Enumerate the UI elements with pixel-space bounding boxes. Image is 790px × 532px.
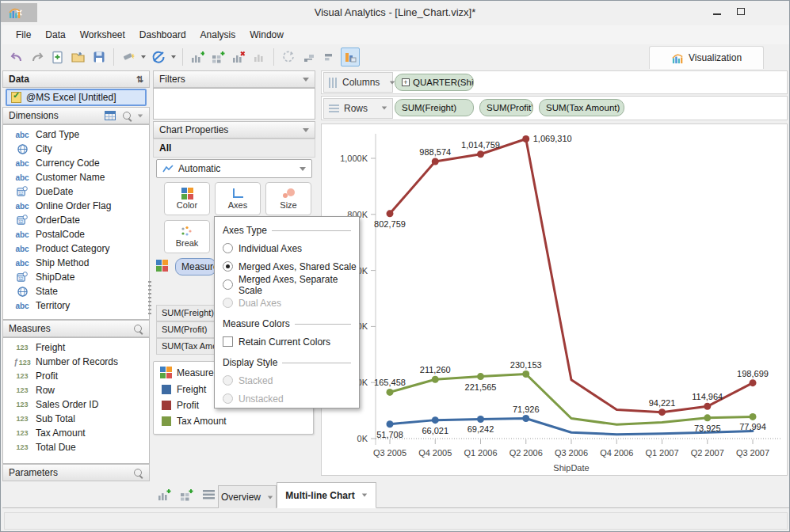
chart-type-selected-icon[interactable] <box>341 48 360 66</box>
display-option-stacked: Stacked <box>223 371 359 390</box>
columns-pill-quarter-shipdate[interactable]: +QUARTER(ShipD... <box>395 74 474 91</box>
measure-item[interactable]: 123Total Due <box>3 440 149 454</box>
x-tick-label: Q3 2007 <box>736 448 769 458</box>
visualization-tab[interactable]: Visualization <box>649 46 764 69</box>
save-icon[interactable] <box>90 48 109 66</box>
chevron-down-icon[interactable] <box>138 114 143 117</box>
add-worksheet-icon[interactable] <box>156 488 172 502</box>
axes-option-individual-axes[interactable]: Individual Axes <box>223 239 359 257</box>
data-label: 114,964 <box>692 392 723 401</box>
field-label: Card Type <box>36 129 79 140</box>
size-button[interactable]: Size <box>265 182 311 215</box>
color-button[interactable]: Color <box>164 182 210 215</box>
rows-shelf-label[interactable]: Rows <box>323 98 393 119</box>
data-point <box>658 408 666 416</box>
tab-overview[interactable]: Overview <box>218 485 277 508</box>
columns-shelf-label[interactable]: Columns <box>323 72 393 93</box>
radio-icon[interactable] <box>223 243 233 253</box>
scope-all-row: All <box>153 139 315 158</box>
panel-splitter[interactable] <box>148 279 151 314</box>
dimension-item[interactable]: abcCustomer Name <box>3 170 149 184</box>
search-parameters-icon[interactable] <box>133 468 143 478</box>
field-label: Total Due <box>36 442 76 453</box>
menu-item-dashboard[interactable]: Dashboard <box>132 27 193 43</box>
measure-item[interactable]: 123Profit <box>3 369 149 383</box>
menu-item-data[interactable]: Data <box>38 27 72 43</box>
break-button[interactable]: Break <box>164 220 210 253</box>
chevron-down-icon[interactable] <box>303 128 309 132</box>
radio-icon[interactable] <box>223 279 233 290</box>
view-data-table-icon[interactable] <box>105 111 116 120</box>
add-dashboard-icon[interactable] <box>178 488 194 502</box>
open-file-icon[interactable] <box>69 48 88 66</box>
field-label: Sales Order ID <box>36 399 98 410</box>
123-icon: 123 <box>13 415 31 423</box>
add-dashboard-icon[interactable] <box>208 48 227 66</box>
dimension-item[interactable]: abcProduct Category <box>3 241 149 256</box>
dimension-item[interactable]: 12DueDate <box>3 184 149 199</box>
rows-pill-sum-freight[interactable]: SUM(Freight) <box>395 99 474 116</box>
dimension-item[interactable]: abcShip Method <box>3 256 149 270</box>
chevron-down-icon[interactable] <box>361 494 366 497</box>
tab-multi-line-chart[interactable]: Multi-line Chart <box>277 482 376 508</box>
data-point <box>387 210 394 217</box>
dimension-item[interactable]: abcCurrency Code <box>3 156 149 170</box>
search-measures-icon[interactable] <box>133 324 143 334</box>
worksheet-list-icon[interactable] <box>200 488 216 502</box>
minimize-button[interactable] <box>705 1 729 21</box>
new-file-icon[interactable] <box>48 48 67 66</box>
add-chart-icon[interactable] <box>188 48 207 66</box>
panel-resize-icon[interactable]: ⇅ <box>136 74 143 85</box>
rows-pill-sum-profit[interactable]: SUM(Profit) <box>479 99 533 116</box>
dimension-item[interactable]: State <box>3 284 149 298</box>
measure-item[interactable]: 123Freight <box>3 340 149 355</box>
maximize-button[interactable] <box>729 1 753 21</box>
checkbox-icon[interactable] <box>223 336 233 347</box>
retain-colors-option[interactable]: Retain Current Colors <box>223 332 359 351</box>
chart-type-dropdown[interactable]: Automatic <box>156 159 312 178</box>
measure-item[interactable]: 123Row <box>3 383 149 397</box>
radio-icon[interactable] <box>223 261 233 272</box>
search-dimensions-icon[interactable] <box>122 111 132 121</box>
field-label: OrderDate <box>36 215 80 226</box>
format-wand-icon[interactable] <box>119 48 138 66</box>
dimension-item[interactable]: abcOnline Order Flag <box>3 199 149 213</box>
delete-chart-icon[interactable] <box>229 48 248 66</box>
sort-descending-icon[interactable] <box>320 48 339 66</box>
measure-names-pill[interactable]: Measure Names <box>175 258 216 276</box>
measure-item[interactable]: 123Tax Amount <box>3 426 149 440</box>
data-label: 1,069,310 <box>533 134 572 143</box>
chevron-down-icon[interactable] <box>382 107 387 110</box>
dimension-item[interactable]: 12ShipDate <box>3 270 149 284</box>
data-header-label: Data <box>9 74 29 85</box>
dimension-item[interactable]: City <box>3 142 149 156</box>
redo-icon[interactable] <box>28 48 47 66</box>
expand-plus-icon[interactable]: + <box>402 78 410 86</box>
dimension-item[interactable]: abcCard Type <box>3 127 149 142</box>
measure-item[interactable]: 123Sales Order ID <box>3 397 149 412</box>
refresh-data-icon[interactable] <box>149 48 168 66</box>
display-style-group-title: Display Style <box>223 357 351 368</box>
calendar-icon: 12 <box>13 272 31 283</box>
menu-item-window[interactable]: Window <box>242 27 291 43</box>
dimension-item[interactable]: abcTerritory <box>3 298 149 313</box>
menu-item-file[interactable]: File <box>9 27 38 43</box>
toolbar-separator <box>182 48 183 66</box>
dimension-item[interactable]: abcPostalCode <box>3 227 149 241</box>
measure-item[interactable]: 123Sub Total <box>3 412 149 426</box>
refresh-dropdown-caret[interactable] <box>171 55 176 59</box>
menu-item-analysis[interactable]: Analysis <box>193 27 243 43</box>
menu-item-worksheet[interactable]: Worksheet <box>73 27 132 43</box>
undo-icon[interactable] <box>7 48 26 66</box>
axes-option-merged-axes-separate-scale[interactable]: Merged Axes, Separate Scale <box>223 276 359 294</box>
sort-ascending-icon[interactable] <box>300 48 319 66</box>
filters-shelf[interactable] <box>153 88 315 120</box>
chevron-down-icon[interactable] <box>303 78 309 82</box>
measure-item[interactable]: ƒ123Number of Records <box>3 355 149 369</box>
dimension-item[interactable]: 12OrderDate <box>3 213 149 227</box>
chevron-down-icon[interactable] <box>268 496 273 499</box>
rows-pill-sum-tax-amount[interactable]: SUM(Tax Amount) <box>539 99 624 116</box>
wand-dropdown-caret[interactable] <box>141 55 146 59</box>
data-source-item[interactable]: @MS Excel [Untitled] <box>6 89 147 106</box>
axes-button[interactable]: Axes <box>215 182 261 215</box>
